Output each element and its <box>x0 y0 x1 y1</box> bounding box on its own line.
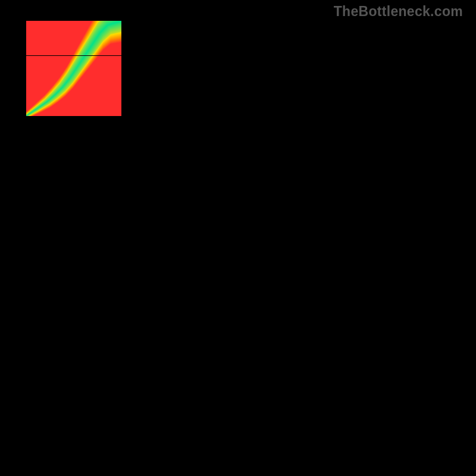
watermark-text: TheBottleneck.com <box>334 4 463 20</box>
heatmap-plot <box>26 21 450 455</box>
crosshair-horizontal <box>26 55 450 56</box>
crosshair-dot <box>346 53 351 58</box>
heatmap-canvas <box>26 21 121 116</box>
crosshair-vertical <box>348 21 349 455</box>
